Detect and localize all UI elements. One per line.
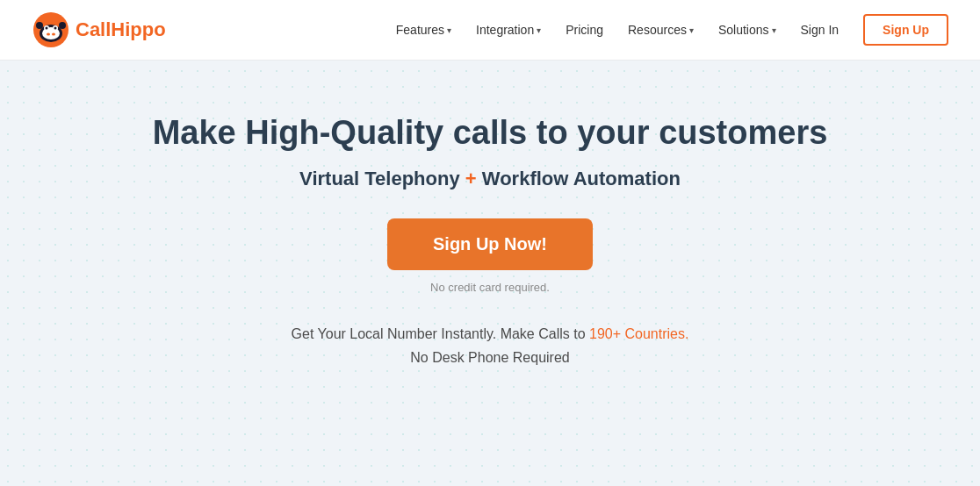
logo-text: CallHippo [76, 18, 166, 41]
hero-subtitle-part2: Workflow Automation [482, 168, 681, 189]
nav-solutions[interactable]: Solutions ▾ [718, 23, 776, 37]
no-credit-card-text: No credit card required. [430, 281, 550, 294]
svg-point-10 [59, 22, 66, 29]
countries-highlight: 190+ Countries. [589, 326, 688, 341]
nav-signin[interactable]: Sign In [801, 23, 839, 37]
nav-pricing[interactable]: Pricing [566, 23, 603, 37]
integration-chevron-icon: ▾ [537, 25, 541, 35]
svg-point-9 [36, 22, 43, 29]
logo[interactable]: CallHippo [32, 11, 166, 49]
nav-links: Features ▾ Integration ▾ Pricing Resourc… [396, 14, 948, 46]
svg-point-8 [52, 33, 55, 36]
solutions-chevron-icon: ▾ [772, 25, 776, 35]
logo-icon [32, 11, 70, 49]
bottom-line1-prefix: Get Your Local Number Instantly. Make Ca… [292, 326, 586, 341]
hero-title: Make High-Quality calls to your customer… [153, 113, 828, 154]
hero-subtitle-part1: Virtual Telephony [299, 168, 460, 189]
nav-features[interactable]: Features ▾ [396, 23, 451, 37]
nav-resources[interactable]: Resources ▾ [628, 23, 694, 37]
navbar: CallHippo Features ▾ Integration ▾ Prici… [0, 0, 980, 61]
hero-signup-button[interactable]: Sign Up Now! [387, 218, 593, 270]
svg-point-5 [46, 27, 48, 30]
hero-subtitle-plus: + [465, 168, 477, 189]
features-chevron-icon: ▾ [447, 25, 451, 35]
nav-integration[interactable]: Integration ▾ [476, 23, 541, 37]
resources-chevron-icon: ▾ [689, 25, 694, 35]
svg-point-7 [47, 33, 50, 36]
nav-signup-button[interactable]: Sign Up [863, 14, 948, 46]
svg-point-6 [54, 27, 57, 30]
bottom-line2: No Desk Phone Required [410, 350, 569, 365]
hero-subtitle: Virtual Telephony + Workflow Automation [299, 168, 681, 190]
hero-section: Make High-Quality calls to your customer… [0, 61, 980, 404]
bottom-text: Get Your Local Number Instantly. Make Ca… [292, 322, 689, 369]
